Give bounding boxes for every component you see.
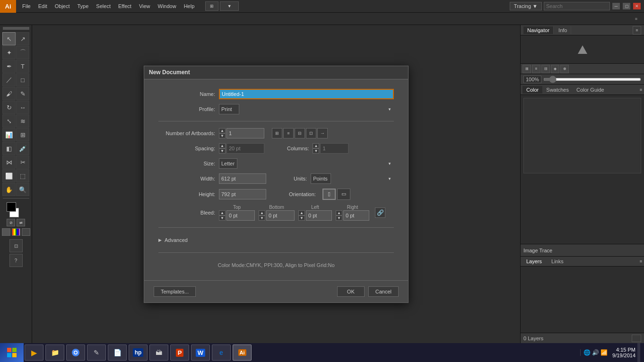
color-selector[interactable] (7, 202, 26, 217)
start-button[interactable] (0, 343, 24, 362)
menu-window[interactable]: Window (155, 2, 180, 10)
size-select[interactable]: Letter A4 A3 (219, 158, 237, 169)
graph-tool[interactable]: 📊 (2, 128, 16, 141)
spacing-down[interactable]: ▼ (219, 148, 226, 154)
type-tool[interactable]: T (16, 60, 29, 73)
file-explorer-btn[interactable]: 📁 (45, 345, 64, 361)
bleed-left-input[interactable] (306, 210, 332, 221)
fill-none-btn[interactable]: ⊘ (7, 219, 15, 226)
warp-tool[interactable]: ≋ (16, 114, 29, 128)
panel-options[interactable]: ≡ (635, 17, 637, 21)
artboards-up[interactable]: ▲ (219, 128, 226, 133)
minimize-button[interactable]: ─ (612, 3, 620, 9)
layers-panel-menu[interactable]: ≡ (640, 259, 642, 264)
bleed-lock-btn[interactable]: 🔗 (375, 207, 385, 218)
bleed-bottom-input[interactable] (266, 210, 295, 221)
powerpoint-btn[interactable]: P (170, 345, 189, 361)
hp-btn[interactable]: hp (129, 345, 148, 361)
play-icon[interactable] (575, 43, 590, 57)
height-input[interactable] (219, 189, 266, 199)
illustrator-btn[interactable]: Ai (233, 345, 252, 361)
color-mode-btn[interactable] (2, 228, 10, 236)
blend-tool[interactable]: ⋈ (2, 155, 16, 169)
slice-tool[interactable]: ⬚ (16, 169, 29, 182)
artboard-col-icon[interactable]: ⊟ (295, 128, 305, 138)
gradient-btn[interactable] (12, 228, 20, 236)
rotate-tool[interactable]: ↻ (2, 101, 16, 114)
workspace-switcher[interactable]: ⊞ (205, 1, 218, 11)
foreground-color[interactable] (7, 202, 16, 212)
pencil-tool[interactable]: ✎ (16, 87, 29, 100)
nav-ctrl-2[interactable]: ≡ (532, 65, 540, 73)
portrait-btn[interactable]: ▯ (322, 189, 336, 200)
artboards-down[interactable]: ▼ (219, 133, 226, 138)
columns-input[interactable] (320, 143, 348, 154)
bleed-bottom-up[interactable]: ▲ (259, 210, 265, 215)
media-player-btn[interactable]: ▶ (25, 345, 44, 361)
bleed-right-down[interactable]: ▼ (336, 215, 342, 221)
bleed-bottom-down[interactable]: ▼ (259, 215, 265, 221)
ok-button[interactable]: OK (337, 286, 365, 297)
menu-type[interactable]: Type (74, 2, 92, 10)
bleed-top-input[interactable] (226, 210, 255, 221)
tab-color[interactable]: Color (522, 86, 542, 94)
bleed-left-up[interactable]: ▲ (298, 210, 305, 215)
paintbrush-tool[interactable]: 🖌 (2, 87, 16, 100)
reflect-tool[interactable]: ↔ (16, 101, 29, 114)
line-tool[interactable]: ／ (2, 73, 16, 86)
menu-edit[interactable]: Edit (35, 2, 51, 10)
restore-button[interactable]: ◻ (623, 3, 630, 9)
show-desktop-btn[interactable] (637, 343, 640, 362)
bleed-left-down[interactable]: ▼ (298, 215, 305, 221)
chrome-btn[interactable] (66, 345, 85, 361)
workspace-dropdown[interactable]: ▼ (220, 1, 239, 11)
help-tool[interactable]: ? (9, 254, 23, 267)
profile-select[interactable]: Print Web Mobile (219, 104, 239, 114)
landscape-btn[interactable]: ▭ (337, 189, 350, 200)
hand-tool[interactable]: ✋ (2, 183, 16, 196)
photo-btn[interactable]: 🏔 (149, 345, 168, 361)
width-input[interactable] (219, 173, 266, 184)
spacing-input[interactable] (226, 143, 264, 154)
tab-links[interactable]: Links (548, 258, 567, 265)
menu-help[interactable]: Help (181, 2, 198, 10)
pen-tool[interactable]: ✒ (2, 60, 16, 73)
nav-ctrl-3[interactable]: ⊟ (541, 65, 550, 73)
ie-btn[interactable]: e (212, 345, 231, 361)
tablet-app-btn[interactable]: ✎ (87, 345, 106, 361)
bleed-right-up[interactable]: ▲ (336, 210, 342, 215)
rect-tool[interactable]: □ (16, 73, 29, 86)
swap-colors-btn[interactable]: ⇄ (17, 219, 25, 226)
select-tool[interactable]: ↖ (2, 32, 16, 45)
gradient-tool[interactable]: ◧ (2, 142, 16, 155)
zoom-slider[interactable] (543, 78, 641, 81)
color-panel-menu[interactable]: ≡ (640, 87, 642, 92)
scale-tool[interactable]: ⤡ (2, 114, 16, 128)
tab-navigator[interactable]: Navigator (523, 26, 554, 34)
artboard-grid-icon[interactable]: ⊞ (272, 128, 282, 138)
units-select[interactable]: Points Inches Pixels (311, 173, 331, 184)
menu-object[interactable]: Object (52, 2, 73, 10)
tab-color-guide[interactable]: Color Guide (573, 86, 608, 94)
bleed-top-down[interactable]: ▼ (219, 215, 226, 221)
notepad-btn[interactable]: 📄 (108, 345, 127, 361)
change-screen-mode[interactable]: ⊡ (9, 239, 23, 252)
templates-button[interactable]: Templates... (154, 286, 196, 297)
bleed-top-up[interactable]: ▲ (219, 210, 226, 215)
artboard-rtl-icon[interactable]: → (317, 128, 328, 138)
tab-layers[interactable]: Layers (522, 258, 546, 265)
nav-ctrl-5[interactable]: ⊕ (560, 65, 569, 73)
close-button[interactable]: ✕ (633, 3, 641, 9)
scissors-tool[interactable]: ✂ (16, 155, 29, 169)
artboard-tool[interactable]: ⬜ (2, 169, 16, 182)
menu-file[interactable]: File (19, 2, 34, 10)
tab-swatches[interactable]: Swatches (542, 86, 573, 94)
columns-up[interactable]: ▲ (313, 143, 319, 148)
panel-menu-btn[interactable]: ≡ (633, 26, 641, 34)
eyedropper-tool[interactable]: 💉 (16, 142, 29, 155)
none-btn[interactable] (22, 228, 30, 236)
tracing-button[interactable]: Tracing ▼ (510, 2, 542, 10)
menu-select[interactable]: Select (93, 2, 114, 10)
advanced-row[interactable]: ▶ Advanced (158, 234, 394, 246)
menu-view[interactable]: View (136, 2, 154, 10)
